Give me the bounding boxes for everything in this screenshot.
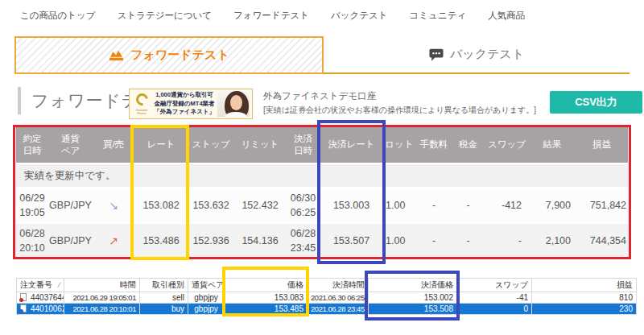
banner-line-1: 1,000通貨から取引可 [155,91,213,98]
account-disclaimer: [実績は証券会社の状況やお客様の操作環境により異なる場合があります。] [263,105,536,116]
lot-cell: 1.00 [382,222,416,258]
pair-cell: gbpjpy [188,304,225,315]
col-open-datetime: 約定日時 [16,126,48,163]
col-pair: 通貨ペア [48,126,93,163]
tab-forward-label: フォワードテスト [130,48,229,63]
forward-results-table: 約定日時 通貨ペア 買/売 レート ストップ リミット 決済日時 決済レート ロ… [16,126,628,258]
tab-back-label: バックテスト [450,47,524,62]
open-datetime-cell: 06/28 20:10 [16,222,48,258]
tab-back-test[interactable]: バックテスト [324,36,630,74]
nav-item-product-top[interactable]: この商品のトップ [20,10,96,22]
result-cell: 7,900 [529,187,576,222]
banner-copy: 1,000通貨から取引可 金融庁登録のMT4業者 「外為ファイネスト」 [151,91,217,117]
col-order-no[interactable]: 注文番号∕ [17,279,64,292]
nav-item-strategy[interactable]: ストラテジーについて [118,10,212,22]
col-buy-sell: 買/売 [93,126,134,163]
sell-arrow-icon: ↘ [109,199,118,212]
col-rate: レート [134,126,188,163]
banner-line-3: 「外為ファイネスト」 [154,108,215,115]
type-cell: buy [140,304,188,315]
col-limit: リミット [234,126,286,163]
col-close-rate: 決済レート [320,126,382,163]
tab-forward-test[interactable]: フォワードテスト [14,36,324,74]
forward-test-page: この商品のトップ ストラテジーについて フォワードテスト バックテスト コミュニ… [0,0,644,335]
col-order-profit[interactable]: 損益 [532,279,637,292]
status-message: 実績を更新中です。 [16,163,628,187]
col-close-price[interactable]: 決済価格 [369,279,457,292]
broker-logo-icon: Gaitame Finest [132,93,151,115]
profit-cell: 751,842 [576,187,628,222]
profit-cell: 230 [532,304,637,315]
type-cell: sell [140,292,188,304]
time-cell: 2021.06.28 20:10:01 [64,304,140,315]
col-trade-type[interactable]: 取引種別 [140,279,188,292]
speech-bubble-icon [429,48,444,61]
swap-cell: - [485,222,529,258]
csv-export-button[interactable]: CSV出力 [550,91,642,114]
col-swap: スワップ [485,126,529,163]
test-tabs: フォワードテスト バックテスト [14,36,630,74]
broker-ad-banner[interactable]: Gaitame Finest 1,000通貨から取引可 金融庁登録のMT4業者 … [129,89,253,119]
stop-cell: 153.632 [188,187,234,222]
col-price[interactable]: 価格 [225,279,308,292]
nav-item-popular[interactable]: 人気商品 [488,10,525,22]
tax-cell: - [452,222,485,258]
direction-cell: ↗ [93,222,134,258]
order-row[interactable]: 44037644 2021.06.29 19:05:01 sell gbpjpy… [17,292,637,304]
top-nav: この商品のトップ ストラテジーについて フォワードテスト バックテスト コミュニ… [20,10,525,22]
order-history-table: 注文番号∕ 時間 取引種別 通貨ペア 価格 決済時間 決済価格 スワップ 損益 … [16,278,637,315]
sort-icon: ∕ [52,281,60,289]
swap-cell: 0 [457,304,532,315]
open-datetime-cell: 06/29 19:05 [16,187,48,222]
close-price-cell: 153.002 [369,292,457,304]
close-rate-cell: 153.507 [320,222,382,258]
order-row-selected[interactable]: 44010062 2021.06.28 20:10:01 buy gbpjpy … [17,304,637,315]
lot-cell: 1.00 [382,187,416,222]
account-info: 外為ファイネストデモ口座 [実績は証券会社の状況やお客様の操作環境により異なる場… [263,90,536,116]
sell-order-doc-icon [20,293,27,301]
buy-order-doc-icon [20,304,27,312]
pair-cell: gbpjpy [188,292,225,304]
status-row: 実績を更新中です。 [16,163,628,187]
result-cell: 2,100 [529,222,576,258]
col-stop: ストップ [188,126,234,163]
profit-cell: 810 [532,292,637,304]
limit-cell: 152.432 [234,187,286,222]
limit-cell: 154.136 [234,222,286,258]
swap-cell: -412 [485,187,529,222]
col-lot: ロット [382,126,416,163]
forward-header-row: 約定日時 通貨ペア 買/売 レート ストップ リミット 決済日時 決済レート ロ… [16,126,628,163]
direction-cell: ↘ [93,187,134,222]
nav-item-community[interactable]: コミュニティ [410,10,467,22]
order-no-cell: 44010062 [17,304,64,315]
col-time[interactable]: 時間 [64,279,140,292]
col-result: 結果 [529,126,576,163]
account-name: 外為ファイネストデモ口座 [263,90,536,102]
nav-item-forward-test[interactable]: フォワードテスト [233,10,309,22]
nav-item-back-test[interactable]: バックテスト [331,10,388,22]
model-photo [217,91,250,117]
pair-cell: GBP/JPY [48,222,93,258]
broker-brand-text: Gaitame Finest [132,109,151,115]
order-no-cell: 44037644 [17,292,64,304]
col-tax: 税金 [452,126,485,163]
area-chart-icon [109,49,124,61]
pair-cell: GBP/JPY [48,187,93,222]
commission-cell: - [416,187,452,222]
close-time-cell: 2021.06.28 23:45:02 [308,304,369,315]
close-time-cell: 2021.06.30 06:25:04 [308,292,369,304]
col-profit: 損益 [576,126,628,163]
col-close-time[interactable]: 決済時間 [308,279,369,292]
price-cell: 153.485 [225,304,308,315]
price-cell: 153.083 [225,292,308,304]
time-cell: 2021.06.29 19:05:01 [64,292,140,304]
orders-header-row: 注文番号∕ 時間 取引種別 通貨ペア 価格 決済時間 決済価格 スワップ 損益 [17,279,637,292]
col-order-pair[interactable]: 通貨ペア [188,279,225,292]
close-datetime-cell: 06/28 23:45 [286,222,320,258]
commission-cell: - [416,222,452,258]
col-order-swap[interactable]: スワップ [457,279,532,292]
profit-cell: 744,354 [576,222,628,258]
forward-row: 06/29 19:05 GBP/JPY ↘ 153.082 153.632 15… [16,187,628,222]
close-price-cell: 153.508 [369,304,457,315]
swap-cell: -41 [457,292,532,304]
